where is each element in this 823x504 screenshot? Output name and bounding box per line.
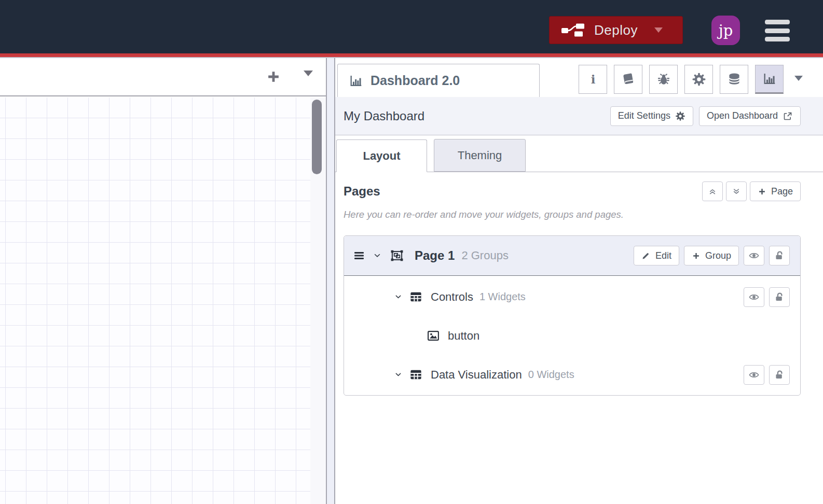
- page-group-count: 2 Groups: [461, 249, 509, 262]
- tab-theming[interactable]: Theming: [434, 139, 526, 172]
- help-panel-button[interactable]: [614, 65, 642, 94]
- edit-settings-button[interactable]: Edit Settings: [610, 106, 693, 126]
- deploy-caret-icon[interactable]: [654, 27, 663, 33]
- canvas-scrollbar-thumb[interactable]: [312, 100, 322, 174]
- node-red-editor: Deploy jp: [0, 0, 823, 504]
- deploy-wire-icon: [561, 22, 585, 38]
- caret-down-icon[interactable]: [794, 76, 803, 81]
- group-name: Controls: [431, 290, 473, 304]
- angles-up-icon: [707, 186, 718, 197]
- add-group-label: Group: [705, 250, 731, 261]
- page-row[interactable]: Page 1 2 Groups Edit: [344, 236, 800, 276]
- chart-bar-icon: [348, 74, 364, 88]
- page-visibility-button[interactable]: [744, 246, 764, 265]
- app-header: Deploy jp: [0, 0, 823, 53]
- deploy-button[interactable]: Deploy: [549, 16, 683, 44]
- group-lock-button[interactable]: [769, 287, 790, 307]
- sidebar-header: Dashboard 2.0 i: [335, 58, 823, 97]
- unlock-icon: [774, 291, 785, 303]
- canvas-scrollbar-track[interactable]: [310, 97, 326, 504]
- chevron-down-icon[interactable]: [394, 292, 403, 301]
- group-widget-count: 1 Widgets: [479, 291, 526, 303]
- sidebar-splitter[interactable]: [326, 58, 335, 504]
- eye-icon: [748, 250, 760, 261]
- edit-settings-label: Edit Settings: [618, 110, 670, 121]
- group-visibility-button[interactable]: [744, 287, 764, 307]
- drag-handle-icon[interactable]: [352, 249, 366, 262]
- unlock-icon: [774, 369, 785, 381]
- group-visibility-button[interactable]: [744, 365, 764, 385]
- svg-text:i: i: [591, 73, 595, 86]
- bug-icon: [656, 72, 671, 87]
- sidebar: Dashboard 2.0 i: [335, 58, 823, 504]
- edit-page-button[interactable]: Edit: [634, 246, 679, 265]
- tab-layout[interactable]: Layout: [336, 139, 427, 172]
- chart-bar-icon: [762, 72, 777, 86]
- table-icon: [409, 290, 423, 304]
- flow-list-caret-icon[interactable]: [304, 71, 313, 76]
- object-group-icon: [389, 248, 405, 263]
- dashboard-panel-button[interactable]: [755, 65, 784, 94]
- image-icon: [426, 329, 441, 343]
- external-link-icon: [783, 111, 793, 121]
- sidebar-tab-dashboard[interactable]: Dashboard 2.0: [337, 64, 540, 97]
- widget-name: button: [448, 329, 479, 343]
- gear-icon: [692, 72, 706, 87]
- info-icon: i: [586, 72, 600, 87]
- plus-icon: [692, 251, 701, 260]
- avatar[interactable]: jp: [711, 16, 740, 45]
- group-lock-button[interactable]: [769, 365, 790, 385]
- context-panel-button[interactable]: [720, 65, 748, 94]
- dashboard-tabs: Layout Theming: [335, 139, 823, 172]
- expand-all-button[interactable]: [726, 181, 747, 201]
- group-name: Data Visualization: [431, 368, 522, 382]
- add-group-button[interactable]: Group: [684, 246, 739, 265]
- book-icon: [621, 72, 636, 87]
- collapse-all-button[interactable]: [702, 181, 723, 201]
- database-icon: [726, 72, 742, 87]
- add-flow-icon[interactable]: [265, 68, 282, 85]
- deploy-label: Deploy: [594, 22, 638, 38]
- open-dashboard-label: Open Dashboard: [707, 110, 778, 121]
- chevron-down-icon[interactable]: [373, 251, 382, 260]
- group-widget-count: 0 Widgets: [528, 369, 574, 381]
- unlock-icon: [774, 250, 785, 261]
- table-icon: [409, 368, 423, 382]
- page-name: Page 1: [415, 248, 455, 263]
- header-accent-line: [0, 53, 823, 57]
- page-card-body: Controls 1 Widgets: [344, 276, 800, 395]
- plus-icon: [758, 187, 766, 196]
- add-page-button[interactable]: Page: [750, 181, 801, 201]
- pages-heading: Pages: [344, 184, 380, 199]
- flow-canvas-region: [0, 58, 326, 504]
- add-page-label: Page: [771, 186, 793, 197]
- main-menu-icon[interactable]: [765, 20, 790, 41]
- page-card: Page 1 2 Groups Edit: [344, 235, 801, 396]
- flow-canvas-grid[interactable]: [0, 97, 310, 504]
- flow-tab-bar: [0, 58, 326, 96]
- debug-panel-button[interactable]: [649, 65, 678, 94]
- page-lock-button[interactable]: [769, 246, 790, 265]
- sidebar-panel-switcher: i: [579, 65, 784, 94]
- sidebar-tab-title: Dashboard 2.0: [371, 73, 460, 88]
- pencil-icon: [641, 251, 651, 260]
- widget-row-button[interactable]: button: [344, 321, 800, 350]
- group-row-data-visualization[interactable]: Data Visualization 0 Widgets: [344, 360, 800, 389]
- pages-section-header: Pages: [335, 181, 823, 202]
- config-panel-button[interactable]: [684, 65, 713, 94]
- dashboard-section-header: My Dashboard Edit Settings: [335, 97, 823, 135]
- open-dashboard-button[interactable]: Open Dashboard: [699, 106, 801, 126]
- gear-icon: [675, 111, 685, 121]
- info-panel-button[interactable]: i: [579, 65, 607, 94]
- eye-icon: [748, 369, 760, 381]
- group-row-controls[interactable]: Controls 1 Widgets: [344, 283, 800, 311]
- chevron-down-icon[interactable]: [394, 370, 403, 379]
- pages-hint: Here you can re-order and move your widg…: [335, 209, 823, 220]
- edit-page-label: Edit: [655, 250, 671, 261]
- angles-down-icon: [731, 186, 742, 197]
- dashboard-name: My Dashboard: [344, 109, 424, 123]
- eye-icon: [748, 291, 760, 303]
